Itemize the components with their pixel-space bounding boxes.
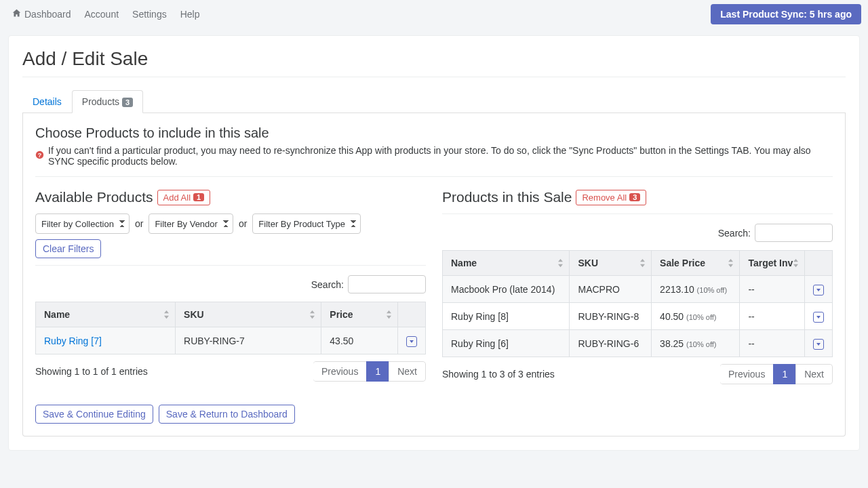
filter-collection-label: Filter by Collection	[41, 219, 114, 229]
insale-pager: Previous 1 Next	[720, 364, 833, 384]
filter-vendor-label: Filter By Vendor	[155, 219, 218, 229]
tab-details[interactable]: Details	[22, 90, 72, 113]
row-name: Ruby Ring [8]	[443, 303, 570, 330]
col-sku[interactable]: SKU	[176, 302, 321, 327]
svg-text:?: ?	[38, 152, 41, 159]
row-name: Ruby Ring [6]	[443, 330, 570, 357]
insale-table: Name SKU Sale Price Target Inv Macbook P…	[442, 250, 833, 357]
prev-button[interactable]: Previous	[313, 361, 367, 382]
row-saleprice: 38.25	[660, 338, 684, 349]
insale-title: Products in this Sale	[442, 189, 572, 205]
add-row-button[interactable]	[406, 336, 417, 347]
row-price: 43.50	[321, 327, 398, 354]
save-return-button[interactable]: Save & Return to Dashboard	[159, 405, 295, 424]
filter-collection-select[interactable]: Filter by Collection	[35, 214, 130, 234]
page-1-button[interactable]: 1	[366, 361, 389, 382]
row-targetinv: --	[740, 330, 805, 357]
info-text: If you can't find a particular product, …	[48, 145, 833, 167]
row-sku: MACPRO	[570, 276, 652, 303]
remove-all-button[interactable]: Remove All 3	[576, 190, 646, 205]
remove-all-count: 3	[629, 193, 640, 201]
row-sku: RUBY-RING-7	[176, 327, 321, 354]
sort-icon	[639, 258, 646, 268]
footer-buttons: Save & Continue Editing Save & Return to…	[35, 405, 833, 424]
insale-showing: Showing 1 to 3 of 3 entries	[442, 369, 555, 380]
nav-account[interactable]: Account	[79, 5, 125, 24]
available-divider	[35, 265, 426, 266]
table-row: Macbook Pro (late 2014) MACPRO 2213.10 (…	[443, 276, 833, 303]
page-1-button[interactable]: 1	[773, 364, 796, 384]
row-sku: RUBY-RING-6	[570, 330, 652, 357]
main-card: Add / Edit Sale Details Products 3 Choos…	[8, 35, 860, 451]
available-search-label: Search:	[311, 279, 344, 290]
row-targetinv: --	[740, 303, 805, 330]
info-icon: ?	[35, 150, 44, 161]
nav-dashboard[interactable]: Dashboard	[7, 5, 77, 24]
insale-divider	[442, 214, 833, 214]
add-all-count: 1	[193, 193, 204, 201]
tabs: Details Products 3	[22, 89, 846, 113]
sync-status-badge[interactable]: Last Product Sync: 5 hrs ago	[711, 4, 861, 24]
col-action	[398, 302, 426, 327]
next-button[interactable]: Next	[389, 361, 426, 382]
filter-vendor-select[interactable]: Filter By Vendor	[149, 214, 233, 234]
tab-products[interactable]: Products 3	[72, 90, 143, 113]
row-discount: (10% off)	[686, 313, 716, 321]
col-sku[interactable]: SKU	[570, 251, 652, 276]
available-table: Name SKU Price Ruby Ring [7] RUBY-RING-7…	[35, 302, 426, 354]
sort-icon	[386, 310, 392, 319]
topbar: Dashboard Account Settings Help Last Pro…	[0, 0, 868, 28]
or-2: or	[239, 218, 247, 229]
available-search-input[interactable]	[348, 275, 426, 293]
sort-icon	[163, 310, 170, 319]
col-price[interactable]: Price	[321, 302, 398, 327]
col-name[interactable]: Name	[36, 302, 176, 327]
save-continue-button[interactable]: Save & Continue Editing	[35, 405, 153, 424]
row-saleprice: 2213.10	[660, 284, 694, 295]
col-saleprice[interactable]: Sale Price	[652, 251, 740, 276]
sort-icon	[728, 258, 734, 268]
tab-products-label: Products	[82, 96, 119, 107]
remove-row-button[interactable]	[813, 285, 824, 296]
row-discount: (10% off)	[697, 286, 727, 294]
col-name[interactable]: Name	[443, 251, 570, 276]
row-sku: RUBY-RING-8	[570, 303, 652, 330]
row-name: Macbook Pro (late 2014)	[443, 276, 570, 303]
or-1: or	[135, 218, 143, 229]
divider	[35, 176, 833, 177]
table-row: Ruby Ring [6] RUBY-RING-6 38.25 (10% off…	[443, 330, 833, 357]
filter-type-select[interactable]: Filter By Product Type	[252, 214, 361, 234]
sort-icon	[557, 258, 564, 268]
available-showing: Showing 1 to 1 of 1 entries	[35, 366, 148, 377]
page-title: Add / Edit Sale	[22, 36, 846, 77]
tab-products-count: 3	[122, 98, 133, 107]
next-button[interactable]: Next	[795, 364, 833, 384]
filter-type-label: Filter By Product Type	[258, 219, 345, 229]
tab-content: Choose Products to include in this sale …	[22, 113, 846, 436]
col-action	[805, 251, 833, 276]
table-row: Ruby Ring [7] RUBY-RING-7 43.50	[36, 327, 426, 354]
nav-help[interactable]: Help	[175, 5, 205, 24]
row-saleprice: 40.50	[660, 311, 684, 322]
remove-row-button[interactable]	[813, 339, 824, 350]
nav-settings[interactable]: Settings	[127, 5, 172, 24]
insale-panel: Products in this Sale Remove All 3 Searc…	[442, 189, 833, 384]
col-targetinv[interactable]: Target Inv	[740, 251, 805, 276]
row-name[interactable]: Ruby Ring [7]	[44, 336, 102, 346]
remove-all-label: Remove All	[582, 192, 627, 203]
remove-row-button[interactable]	[813, 312, 824, 323]
available-pager: Previous 1 Next	[313, 361, 426, 382]
available-panel: Available Products Add All 1 Filter by C…	[35, 189, 426, 384]
insale-search-label: Search:	[718, 228, 751, 239]
row-discount: (10% off)	[686, 340, 716, 348]
instructions-heading: Choose Products to include in this sale	[35, 125, 833, 141]
add-all-button[interactable]: Add All 1	[157, 190, 211, 205]
clear-filters-button[interactable]: Clear Filters	[35, 239, 101, 258]
available-title: Available Products	[35, 189, 153, 205]
insale-search-input[interactable]	[755, 224, 833, 242]
sort-icon	[793, 258, 799, 268]
table-row: Ruby Ring [8] RUBY-RING-8 40.50 (10% off…	[443, 303, 833, 330]
info-line: ? If you can't find a particular product…	[35, 145, 833, 167]
add-all-label: Add All	[163, 192, 191, 203]
prev-button[interactable]: Previous	[720, 364, 774, 384]
